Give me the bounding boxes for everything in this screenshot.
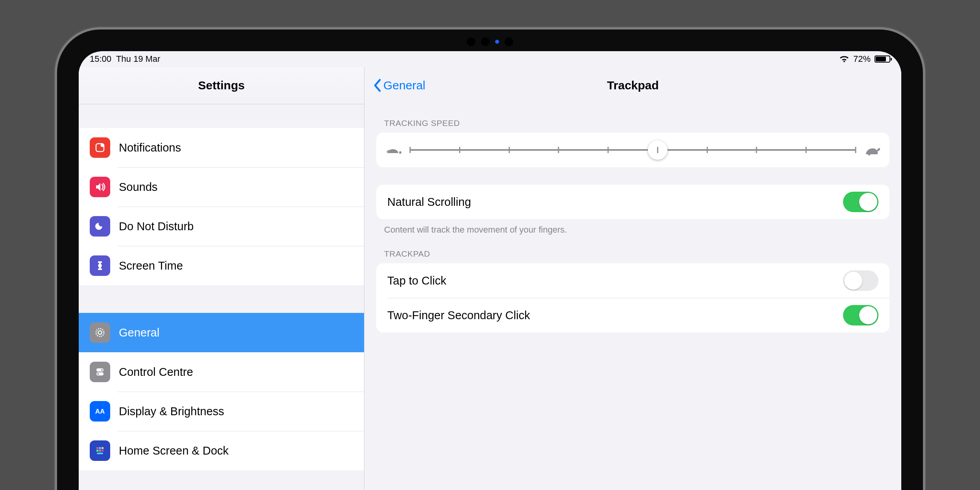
sidebar-item-label: Notifications [119,141,181,154]
notifications-icon [90,137,110,158]
sidebar-item-dnd[interactable]: Do Not Disturb [79,207,364,246]
screen: 15:00 Thu 19 Mar 72% Settings [79,51,901,490]
sidebar-item-label: Screen Time [119,259,183,272]
detail-title: Trackpad [607,79,659,92]
sidebar-group-1: Notifications Sounds Do Not Disturb [79,128,364,285]
svg-point-3 [98,331,102,335]
svg-rect-10 [99,447,101,449]
sidebar: Settings Notifications Sounds [79,67,364,490]
status-time-date: 15:00 Thu 19 Mar [90,54,160,64]
device-frame: 15:00 Thu 19 Mar 72% Settings [57,30,923,490]
hare-icon [864,143,881,157]
natural-scrolling-row: Natural Scrolling [376,185,889,219]
tap-to-click-toggle[interactable] [843,270,878,291]
natural-scrolling-footer: Content will track the movement of your … [376,219,889,235]
sidebar-item-control-centre[interactable]: Control Centre [79,352,364,392]
natural-scrolling-toggle[interactable] [843,192,878,212]
status-date: Thu 19 Mar [116,54,161,64]
camera-cluster [467,37,513,46]
tracking-speed-slider[interactable] [410,142,856,158]
svg-text:AA: AA [95,408,105,415]
sidebar-item-label: Home Screen & Dock [119,444,229,457]
sidebar-item-label: Sounds [119,181,157,194]
sidebar-item-sounds[interactable]: Sounds [79,167,364,207]
sidebar-item-label: Control Centre [119,366,193,379]
status-battery-pct: 72% [853,54,871,64]
gear-icon [90,322,110,343]
svg-point-2 [96,329,104,337]
sidebar-item-general[interactable]: General [79,313,364,352]
sidebar-title: Settings [79,67,364,104]
sidebar-item-home-screen[interactable]: Home Screen & Dock [79,431,364,470]
svg-point-1 [101,144,104,147]
natural-scrolling-card: Natural Scrolling [376,185,889,219]
status-time: 15:00 [90,54,111,64]
svg-rect-14 [102,450,104,452]
tracking-speed-card [376,133,889,167]
svg-rect-11 [102,447,104,449]
sidebar-item-label: General [119,326,159,339]
wifi-icon [839,55,849,63]
svg-rect-15 [97,453,103,454]
home-screen-icon [90,440,110,461]
detail-pane: General Trackpad TRACKING SPEED [364,67,901,490]
sidebar-item-screen-time[interactable]: Screen Time [79,246,364,285]
sidebar-group-2: General Control Centre AA Display & Brig… [79,313,364,470]
section-header-tracking: TRACKING SPEED [376,104,889,133]
two-finger-toggle[interactable] [843,305,878,325]
back-button[interactable]: General [373,67,425,104]
dnd-icon [90,216,110,237]
sidebar-item-label: Display & Brightness [119,405,224,418]
two-finger-label: Two-Finger Secondary Click [387,309,530,322]
two-finger-row: Two-Finger Secondary Click [376,298,889,333]
battery-icon [875,55,890,63]
back-label: General [383,79,425,92]
section-header-trackpad: TRACKPAD [376,235,889,263]
tortoise-icon [385,143,402,157]
sidebar-item-notifications[interactable]: Notifications [79,128,364,167]
svg-rect-13 [99,450,101,452]
detail-header: General Trackpad [364,67,901,104]
sidebar-item-display[interactable]: AA Display & Brightness [79,392,364,431]
control-centre-icon [90,362,110,382]
natural-scrolling-label: Natural Scrolling [387,196,471,209]
display-icon: AA [90,401,110,422]
svg-point-5 [101,369,103,371]
svg-rect-12 [96,450,98,452]
sounds-icon [90,177,110,197]
trackpad-card: Tap to Click Two-Finger Secondary Click [376,263,889,333]
tap-to-click-row: Tap to Click [376,263,889,298]
sidebar-item-label: Do Not Disturb [119,220,194,233]
screen-time-icon [90,255,110,276]
tap-to-click-label: Tap to Click [387,274,446,287]
status-bar: 15:00 Thu 19 Mar 72% [79,51,901,67]
svg-rect-9 [96,447,98,449]
svg-point-7 [97,373,99,375]
